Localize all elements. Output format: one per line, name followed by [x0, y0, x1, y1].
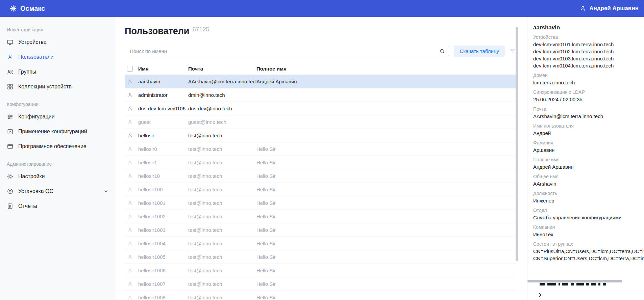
sidebar-item-os-install[interactable]: Установка ОС — [0, 184, 116, 199]
row-icon-cell — [125, 187, 138, 192]
table-row[interactable]: guestguest@inno.tech — [125, 115, 516, 129]
sidebar-item-apply-configurations[interactable]: Применение конфигураций — [0, 124, 116, 139]
person-icon — [127, 295, 133, 300]
detail-field-value: dev-lcm-vm0101.lcm.terra.inno.tech — [533, 41, 644, 48]
sidebar-item-settings[interactable]: Настройки — [0, 169, 116, 184]
panel-expand-button[interactable] — [536, 291, 544, 299]
details-fields: Устройстваdev-lcm-vm0101.lcm.terra.inno.… — [533, 34, 644, 262]
row-icon-cell — [125, 79, 138, 84]
table-row[interactable]: hellosir1002test@inno.techHello Sir — [125, 210, 516, 223]
person-icon — [127, 214, 133, 219]
select-all-checkbox[interactable] — [127, 66, 133, 72]
table-row[interactable]: administratordmin@inno.tech — [125, 88, 516, 102]
sidebar-item-device-collections[interactable]: Коллекции устройств — [0, 79, 116, 94]
cell-email: test@inno.tech — [188, 160, 256, 165]
detail-field-value: 25.06.2024 / 02:00:35 — [533, 96, 644, 103]
cell-email: test@inno.tech — [188, 173, 256, 179]
cell-name: hellosir1003 — [138, 227, 188, 233]
row-icon-cell — [125, 106, 138, 111]
table-row[interactable]: hellosir1001test@inno.techHello Sir — [125, 196, 516, 210]
cell-full-name: Hello Sir — [256, 268, 319, 273]
table-row[interactable]: dns-dev-lcm-vm0106dns-dev@inno.tech — [125, 102, 516, 115]
sidebar: ИнвентаризацияУстройстваПользователиГруп… — [0, 17, 116, 300]
sidebar-item-groups[interactable]: Группы — [0, 64, 116, 79]
sidebar-item-reports[interactable]: Отчёты — [0, 199, 116, 214]
detail-field: ФамилияАршавин — [533, 140, 644, 154]
column-header-2[interactable]: Полное имя — [256, 66, 319, 72]
column-header-0[interactable]: Имя — [138, 66, 188, 72]
sidebar-item-label: Программное обеспечение — [18, 143, 86, 149]
cell-name: hellosir1004 — [138, 241, 188, 246]
table-row[interactable]: hellosir1004test@inno.techHello Sir — [125, 237, 516, 250]
detail-field-value: Андрей — [533, 130, 644, 137]
table-row[interactable]: hellosir10test@inno.techHello Sir — [125, 169, 516, 183]
table-header: ИмяПочтаПолное имя — [125, 63, 516, 75]
total-count: 67125 — [192, 26, 209, 33]
cell-email: guest@inno.tech — [188, 119, 256, 125]
row-icon-cell — [125, 295, 138, 300]
cell-full-name: Hello Sir — [256, 281, 319, 287]
detail-field: Устройстваdev-lcm-vm0101.lcm.terra.inno.… — [533, 34, 644, 69]
app-logo[interactable]: Осмакс — [9, 5, 45, 12]
detail-field-value: dev-lcm-vm0103.lcm.terra.inno.tech — [533, 55, 644, 62]
cell-email: test@inno.tech — [188, 254, 256, 260]
table-row[interactable]: aarshavinAArshavin@lcm.terra.inno.techАн… — [125, 75, 516, 88]
detail-field-value: dev-lcm-vm0104.lcm.terra.inno.tech — [533, 62, 644, 69]
table-row[interactable]: hellosir1008test@inno.techHello Sir — [125, 291, 516, 300]
cell-name: hellosir0 — [138, 146, 188, 152]
row-icon-cell — [125, 281, 138, 287]
person-icon — [127, 268, 133, 273]
vertical-scrollbar[interactable] — [516, 27, 518, 261]
search-input[interactable] — [125, 46, 449, 56]
person-icon — [127, 160, 133, 165]
sidebar-item-software[interactable]: Программное обеспечение — [0, 139, 116, 154]
cell-email: test@inno.tech — [188, 281, 256, 287]
table-row[interactable]: hellosir1005test@inno.techHello Sir — [125, 250, 516, 264]
sidebar-item-configurations[interactable]: Конфигурации — [0, 109, 116, 124]
detail-field-value: Инженер — [533, 197, 644, 204]
cell-full-name: Hello Sir — [256, 173, 319, 179]
cell-name: aarshavin — [138, 79, 188, 84]
sidebar-item-label: Конфигурации — [18, 114, 55, 120]
table-row[interactable]: hellosir1test@inno.techHello Sir — [125, 156, 516, 169]
detail-field: Полное имяАндрей Аршавин — [533, 157, 644, 170]
detail-field-value: CN=PlusUltra,CN=Users,DC=lcm,DC=terra,DC… — [533, 248, 644, 255]
grid-icon — [7, 83, 14, 90]
person-icon — [127, 200, 133, 206]
select-all-cell — [125, 66, 138, 72]
sidebar-item-users[interactable]: Пользователи — [0, 50, 116, 64]
person-icon — [127, 92, 133, 98]
detail-field-label: Состоит в группах — [533, 241, 644, 247]
app-name: Осмакс — [20, 5, 45, 12]
table-row[interactable]: hellosir100test@inno.techHello Sir — [125, 183, 516, 196]
sidebar-nav: ИнвентаризацияУстройстваПользователиГруп… — [0, 23, 116, 214]
filter-icon[interactable] — [510, 48, 516, 54]
person-icon — [127, 106, 133, 111]
cell-name: guest — [138, 119, 188, 125]
table-row[interactable]: hellosir0test@inno.techHello Sir — [125, 142, 516, 156]
detail-field: ОтделСлужба управления конфигурациями — [533, 208, 644, 221]
os-icon — [7, 188, 14, 195]
detail-field: Имя пользователяАндрей — [533, 123, 644, 137]
cell-email: test@inno.tech — [188, 268, 256, 273]
users-table: ИмяПочтаПолное имя aarshavinAArshavin@lc… — [125, 63, 516, 300]
sidebar-item-label: Применение конфигураций — [18, 129, 87, 135]
clipped-text-fragment — [540, 283, 609, 286]
detail-field: Доменlcm.terra.inno.tech — [533, 73, 644, 86]
table-row[interactable]: hellosir1006test@inno.techHello Sir — [125, 264, 516, 277]
row-icon-cell — [125, 214, 138, 219]
user-menu[interactable]: Андрей Аршавин — [579, 5, 639, 12]
column-header-1[interactable]: Почта — [188, 66, 256, 72]
cell-full-name: Hello Sir — [256, 241, 319, 246]
person-icon — [127, 146, 133, 152]
horizontal-scrollbar[interactable] — [527, 280, 622, 282]
row-icon-cell — [125, 160, 138, 165]
table-row[interactable]: hellosirtest@inno.tech — [125, 129, 516, 142]
sidebar-item-devices[interactable]: Устройства — [0, 35, 116, 50]
table-row[interactable]: hellosir1007test@inno.techHello Sir — [125, 277, 516, 291]
table-row[interactable]: hellosir1003test@inno.techHello Sir — [125, 223, 516, 237]
sidebar-section-title: Инвентаризация — [0, 23, 116, 35]
download-table-button[interactable]: Скачать таблицу — [454, 46, 505, 57]
users-icon — [7, 69, 14, 75]
cell-email: test@inno.tech — [188, 295, 256, 300]
